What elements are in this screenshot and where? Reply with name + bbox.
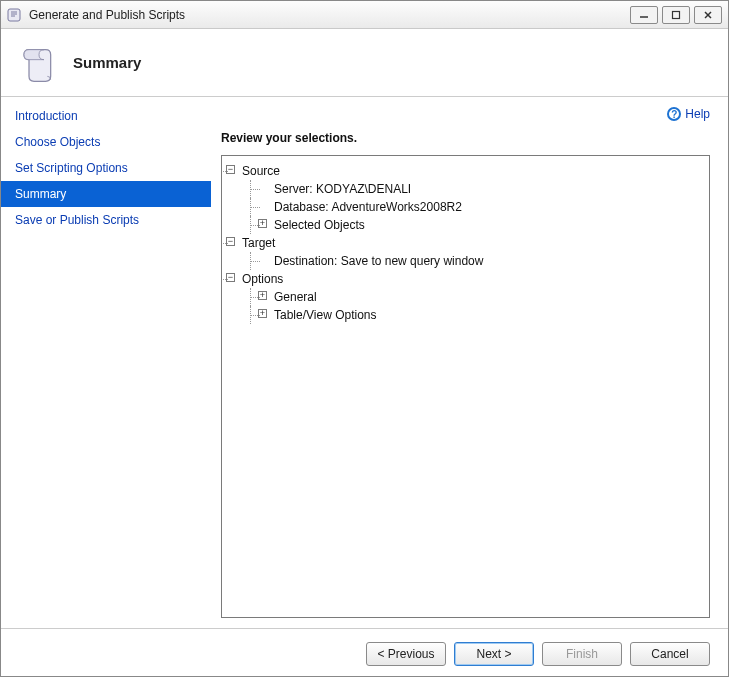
tree-general[interactable]: General [274,290,317,304]
expander-general[interactable]: + [258,291,267,300]
nav-choose-objects[interactable]: Choose Objects [1,129,211,155]
help-icon: ? [667,107,681,121]
expander-table-view[interactable]: + [258,309,267,318]
tree-source[interactable]: Source [242,164,280,178]
tree-options[interactable]: Options [242,272,283,286]
finish-button: Finish [542,642,622,666]
minimize-icon [639,10,649,20]
tree-database[interactable]: Database: AdventureWorks2008R2 [274,200,462,214]
tree-destination[interactable]: Destination: Save to new query window [274,254,483,268]
tree-target[interactable]: Target [242,236,275,250]
close-button[interactable] [694,6,722,24]
nav-save-or-publish[interactable]: Save or Publish Scripts [1,207,211,233]
cancel-button[interactable]: Cancel [630,642,710,666]
nav-set-scripting-options[interactable]: Set Scripting Options [1,155,211,181]
window-title: Generate and Publish Scripts [29,8,630,22]
expander-options[interactable]: − [226,273,235,282]
tree-selected-objects[interactable]: Selected Objects [274,218,365,232]
wizard-body: Introduction Choose Objects Set Scriptin… [1,97,728,628]
expander-source[interactable]: − [226,165,235,174]
maximize-icon [671,10,681,20]
nav-summary[interactable]: Summary [1,181,211,207]
page-title: Summary [73,54,141,71]
minimize-button[interactable] [630,6,658,24]
nav-introduction[interactable]: Introduction [1,103,211,129]
next-button[interactable]: Next > [454,642,534,666]
wizard-nav: Introduction Choose Objects Set Scriptin… [1,97,211,628]
svg-rect-1 [673,11,680,18]
review-heading: Review your selections. [221,131,710,145]
wizard-content: ? Help Review your selections. − Source … [211,97,728,628]
tree-table-view[interactable]: Table/View Options [274,308,377,322]
window-buttons [630,6,722,24]
script-small-icon [7,7,23,23]
wizard-header: Summary [1,29,728,97]
expander-selected-objects[interactable]: + [258,219,267,228]
help-label: Help [685,107,710,121]
summary-tree[interactable]: − Source Server: KODYAZ\DENALI Database:… [221,155,710,618]
close-icon [703,10,713,20]
tree-server[interactable]: Server: KODYAZ\DENALI [274,182,411,196]
help-link[interactable]: ? Help [221,103,710,125]
scroll-icon [19,43,59,83]
maximize-button[interactable] [662,6,690,24]
expander-target[interactable]: − [226,237,235,246]
titlebar: Generate and Publish Scripts [1,1,728,29]
wizard-footer: < Previous Next > Finish Cancel [1,628,728,677]
previous-button[interactable]: < Previous [366,642,446,666]
